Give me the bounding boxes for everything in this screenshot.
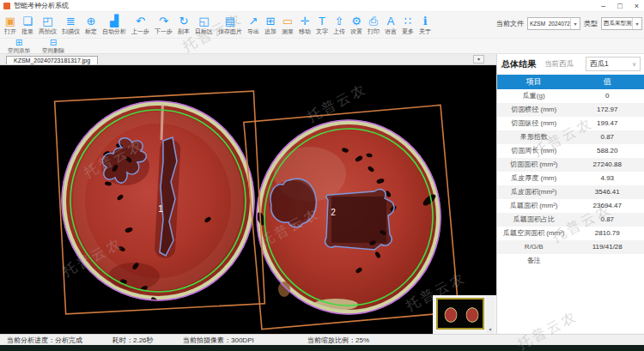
watermelon-2: 2 <box>256 120 440 314</box>
tab-list-dropdown[interactable]: ▾ <box>473 55 484 64</box>
append-icon: ⊞ <box>266 15 276 27</box>
watermelon-1: 1 <box>62 101 254 305</box>
duplicate-icon: ↻ <box>179 15 189 27</box>
status-dpi: 当前拍摄像素：300DPI <box>183 336 254 345</box>
main-toolbar: ▣打开 ❏批量 ◰高拍仪 ≣扫描仪 ⊕标定 ▟自动分析 ↶上一步 ↷下一步 ↻副… <box>0 12 644 38</box>
undo-icon: ↶ <box>136 15 145 27</box>
chevron-down-icon: ▾ <box>570 18 580 29</box>
current-file-label: 当前文件 <box>496 19 524 28</box>
table-row: 切面横径 (mm)172.97 <box>497 103 644 117</box>
table-header: 项目 值 <box>497 75 644 89</box>
status-progress: 当前分析进度：分析完成 <box>7 336 82 345</box>
summary-title: 总体结果 <box>501 58 536 70</box>
image-canvas[interactable]: 1 <box>0 65 496 334</box>
column-value: 值 <box>571 75 644 89</box>
text-button[interactable]: T文字 <box>313 14 331 38</box>
space-add-icon: ⊞ <box>15 39 22 47</box>
table-row: 瓜瓤面积 (mm²)23694.47 <box>497 199 644 213</box>
redo-icon: ↷ <box>159 15 168 27</box>
settings-gear-icon: ⚙ <box>351 15 361 27</box>
app-icon <box>3 3 10 9</box>
type-label: 类型 <box>584 19 598 28</box>
results-panel: 总体结果 当前西瓜 西瓜1 ∨ 项目 值 瓜重(g)0 切面横径 (mm)172… <box>496 54 644 334</box>
current-file-value: KZSM_20240723181317 <box>528 21 570 27</box>
auto-analyze-button[interactable]: ▟自动分析 <box>100 14 129 38</box>
current-melon-label: 当前西瓜 <box>544 59 574 70</box>
export-button[interactable]: ↗导出 <box>245 14 262 38</box>
seed-region-contour-2a <box>270 179 316 227</box>
measure-button[interactable]: ▭测量 <box>279 14 296 38</box>
doc-camera-button[interactable]: ◰高拍仪 <box>36 14 59 38</box>
doc-camera-icon: ◰ <box>42 15 52 27</box>
table-row: 切面面积 (mm²)27240.88 <box>497 158 644 172</box>
close-button[interactable]: × <box>635 0 639 12</box>
language-icon: A <box>387 15 395 27</box>
append-button[interactable]: ⊞追加 <box>262 14 279 38</box>
app-title: 智能考种分析系统 <box>14 1 69 10</box>
table-row: R/G/B119/41/28 <box>497 240 644 254</box>
chevron-down-icon: ▾ <box>632 18 641 29</box>
batch-icon: ❏ <box>22 15 33 27</box>
table-row: 切面周长 (mm)588.20 <box>497 144 644 158</box>
settings-button[interactable]: ⚙设置 <box>348 14 365 38</box>
status-time: 耗时：2.26秒 <box>112 336 154 345</box>
scroll-down-icon[interactable]: ▾ <box>489 326 491 334</box>
status-zoom: 当前缩放比例：25% <box>307 336 369 345</box>
type-value: 西瓜果型测定 <box>602 20 632 27</box>
duplicate-button[interactable]: ↻副本 <box>175 14 192 38</box>
space-delete-button[interactable]: ⊟空间删除 <box>38 39 69 53</box>
chevron-down-icon: ∨ <box>632 61 636 68</box>
minimize-button[interactable]: – <box>601 0 605 12</box>
space-toolbar: ⊞空间添加 ⊟空间删除 <box>0 38 644 54</box>
navigator-widget: ▾ <box>433 295 496 334</box>
melon-1-number: 1 <box>158 204 163 214</box>
tab-image-file[interactable]: KZSM_20240723181317.jpg <box>6 56 98 64</box>
move-icon: ✛ <box>301 15 310 27</box>
tab-bar: KZSM_20240723181317.jpg ▾ <box>0 54 496 65</box>
navigator-scrollbar[interactable]: ▾ <box>486 295 495 334</box>
more-button[interactable]: ∷更多 <box>399 14 416 38</box>
target-area-button[interactable]: ◱目标区 <box>192 14 216 38</box>
table-row: 瓜瓤空洞面积 (mm²)2810.79 <box>497 227 644 240</box>
table-row: 切面纵径 (mm)199.47 <box>497 117 644 130</box>
text-icon: T <box>319 15 325 27</box>
export-icon: ↗ <box>249 15 258 27</box>
table-row: 备注 <box>497 254 644 268</box>
maximize-button[interactable]: □ <box>617 0 622 12</box>
status-bar: 当前分析进度：分析完成 耗时：2.26秒 当前拍摄像素：300DPI 当前缩放比… <box>0 334 644 345</box>
table-row: 瓜皮面积(mm²)3546.41 <box>497 185 644 199</box>
target-area-icon: ◱ <box>198 15 209 27</box>
undo-button[interactable]: ↶上一步 <box>129 14 152 38</box>
save-image-button[interactable]: ▤保存图片 <box>216 14 245 38</box>
upload-icon: ⇧ <box>335 15 344 27</box>
taskbar-strip <box>0 345 644 351</box>
current-melon-dropdown[interactable]: 西瓜1 ∨ <box>586 57 641 71</box>
table-row: 瓜瓤面积占比0.87 <box>497 213 644 227</box>
table-row: 瓜皮厚度 (mm)4.93 <box>497 172 644 185</box>
type-dropdown[interactable]: 西瓜果型测定 ▾ <box>601 17 642 30</box>
calibrate-icon: ⊕ <box>87 15 96 27</box>
language-button[interactable]: A语言 <box>382 14 399 38</box>
save-image-icon: ▤ <box>225 15 235 27</box>
scanner-button[interactable]: ≣扫描仪 <box>59 14 82 38</box>
navigator-thumbnail[interactable] <box>436 298 484 330</box>
print-icon: ⎙ <box>369 15 378 27</box>
table-row: 瓜重(g)0 <box>497 89 644 103</box>
redo-button[interactable]: ↷下一步 <box>152 14 175 38</box>
more-icon: ∷ <box>404 15 411 27</box>
calibrate-button[interactable]: ⊕标定 <box>82 14 100 38</box>
space-add-button[interactable]: ⊞空间添加 <box>3 39 34 53</box>
column-item: 项目 <box>497 75 571 89</box>
analysis-overlay: 1 <box>0 65 496 334</box>
move-button[interactable]: ✛移动 <box>296 14 313 38</box>
about-button[interactable]: ℹ关于 <box>416 14 434 38</box>
melon-2-number: 2 <box>331 208 336 217</box>
scanner-icon: ≣ <box>66 15 76 27</box>
upload-button[interactable]: ⇧上传 <box>331 14 348 38</box>
open-button[interactable]: ▣打开 <box>2 14 19 38</box>
print-button[interactable]: ⎙打印 <box>365 14 382 38</box>
batch-button[interactable]: ❏批量 <box>19 14 36 38</box>
about-icon: ℹ <box>423 15 428 27</box>
seed-region-contour-2b <box>325 190 394 250</box>
current-file-dropdown[interactable]: KZSM_20240723181317 ▾ <box>527 17 580 30</box>
